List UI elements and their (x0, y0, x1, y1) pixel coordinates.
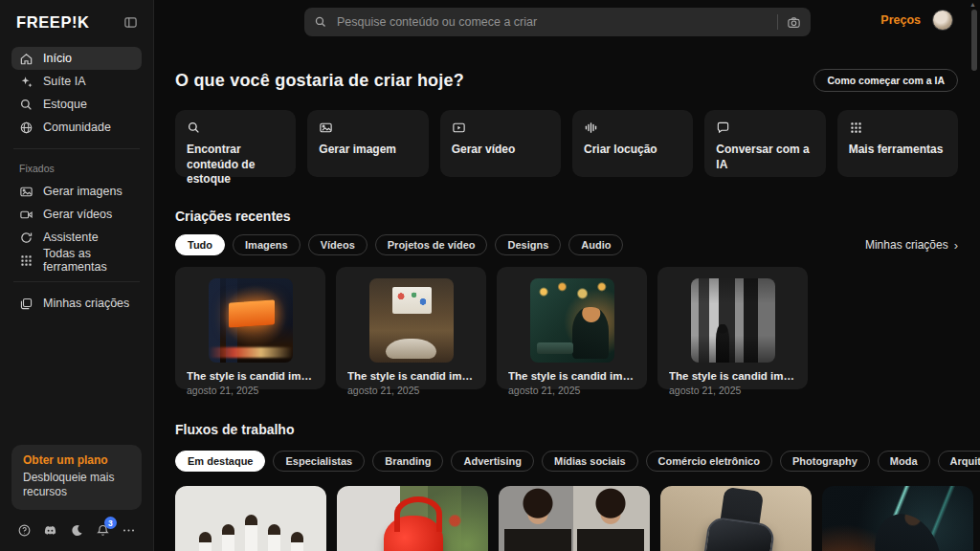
video-icon (19, 208, 33, 222)
my-creations-link-label: Minhas criações (865, 238, 948, 252)
recent-creation-card[interactable]: The style is candid image... agosto 21, … (657, 267, 808, 389)
workflow-card-two-portraits[interactable] (499, 486, 650, 551)
sidebar-item-gerar-videos[interactable]: Gerar vídeos (11, 203, 142, 226)
action-generate-image[interactable]: Gerar imagem (307, 110, 428, 177)
upgrade-plan-card[interactable]: Obter um plano Desbloqueie mais recursos (11, 445, 142, 510)
recent-cards-row: The style is candid image... agosto 21, … (175, 267, 958, 389)
recent-card-title: The style is candid image... (669, 370, 796, 382)
action-label: Encontrar conteúdo de estoque (187, 143, 284, 187)
workflow-card-red-handbag[interactable] (337, 486, 488, 551)
sidebar-footer-icons: 3 (11, 521, 142, 541)
collapse-sidebar-icon[interactable] (123, 15, 138, 30)
image-icon (19, 185, 33, 199)
plan-card-title: Obter um plano (23, 453, 130, 467)
sidebar-item-label: Comunidade (43, 121, 111, 134)
sidebar-item-label: Gerar vídeos (43, 208, 112, 221)
workflow-card-fashion-models[interactable] (175, 486, 326, 551)
action-label: Gerar imagem (319, 143, 416, 158)
scrollbar-up-arrow[interactable]: ▲ (969, 1, 976, 8)
filter-chip-comercio-eletronico[interactable]: Comércio eletrônico (646, 451, 772, 472)
sparkles-icon (19, 75, 33, 89)
freepik-logo[interactable]: FREEP!K (16, 13, 90, 32)
sidebar-item-todas-ferramentas[interactable]: Todas as ferramentas (11, 249, 142, 272)
main-area: Preços ▲ O que você gostaria de criar ho… (154, 0, 980, 551)
filter-chip-videos[interactable]: Vídeos (308, 234, 368, 255)
action-generate-video[interactable]: Gerar vídeo (440, 110, 561, 177)
action-find-stock-content[interactable]: Encontrar conteúdo de estoque (175, 110, 296, 177)
help-icon[interactable] (17, 523, 32, 538)
filter-chip-designs[interactable]: Designs (495, 234, 561, 255)
action-chat-with-ai[interactable]: Conversar com a IA (704, 110, 825, 177)
sidebar-item-comunidade[interactable]: Comunidade (11, 116, 142, 139)
quick-actions-row: Encontrar conteúdo de estoque Gerar imag… (175, 110, 958, 177)
action-create-voiceover[interactable]: Criar locução (572, 110, 693, 177)
search-icon (187, 121, 284, 135)
sidebar-divider (13, 281, 140, 282)
plan-card-subtitle: Desbloqueie mais recursos (23, 471, 130, 500)
notifications-bell[interactable]: 3 (96, 523, 110, 538)
recent-filter-row: Tudo Imagens Vídeos Projetos de vídeo De… (175, 234, 958, 255)
workflow-card-smartwatch[interactable] (660, 486, 812, 551)
recent-card-title: The style is candid image... (347, 370, 475, 382)
sidebar-item-suite-ia[interactable]: Suíte IA (11, 70, 142, 93)
page-title: O que você gostaria de criar hoje? (175, 71, 464, 91)
my-creations-link[interactable]: Minhas criações › (865, 238, 958, 252)
sidebar-divider (13, 148, 140, 149)
more-options-icon[interactable] (122, 523, 136, 538)
sidebar-item-assistente[interactable]: Assistente (11, 226, 142, 249)
sidebar: FREEP!K Início Suíte IA Estoque Comunida… (0, 0, 154, 551)
recent-creations-section: Criações recentes Tudo Imagens Vídeos Pr… (175, 209, 958, 389)
action-more-tools[interactable]: Mais ferramentas (837, 110, 958, 177)
workflows-filter-row: Em destaque Especialistas Branding Adver… (175, 448, 958, 474)
globe-icon (19, 121, 33, 135)
grid-icon (19, 253, 33, 268)
action-label: Mais ferramentas (849, 143, 947, 158)
discord-icon[interactable] (43, 523, 57, 538)
pinned-section-label: Fixados (11, 159, 142, 180)
filter-chip-projetos-video[interactable]: Projetos de vídeo (375, 234, 488, 255)
filter-chip-midias-sociais[interactable]: Mídias sociais (542, 451, 638, 472)
sidebar-item-label: Todas as ferramentas (43, 247, 134, 274)
image-search-camera-icon[interactable] (787, 15, 801, 30)
video-play-icon (452, 121, 549, 135)
filter-chip-audio[interactable]: Audio (568, 234, 623, 255)
recent-creation-card[interactable]: The style is candid image... agosto 21, … (336, 267, 486, 389)
sidebar-item-label: Minhas criações (43, 297, 129, 310)
filter-chip-arquitetura[interactable]: Arquitetura (938, 451, 980, 472)
sidebar-item-label: Início (43, 52, 72, 65)
scrollbar-thumb[interactable] (971, 10, 977, 71)
filter-chip-branding[interactable]: Branding (372, 451, 443, 472)
filter-chip-photography[interactable]: Photography (780, 451, 870, 472)
recent-creation-card[interactable]: The style is candid image... agosto 21, … (175, 267, 325, 389)
recent-card-date: agosto 21, 2025 (347, 385, 475, 396)
recent-creation-card[interactable]: The style is candid image... agosto 21, … (497, 267, 647, 389)
sidebar-item-minhas-criacoes[interactable]: Minhas criações (11, 292, 142, 315)
pricing-link[interactable]: Preços (880, 13, 921, 27)
search-input[interactable] (335, 14, 768, 30)
workflows-section: Fluxos de trabalho Em destaque Especiali… (175, 422, 958, 551)
sidebar-item-label: Gerar imagens (43, 185, 122, 198)
filter-chip-advertising[interactable]: Advertising (451, 451, 534, 472)
user-avatar[interactable] (932, 10, 953, 31)
search-bar[interactable] (304, 8, 811, 36)
filter-chip-especialistas[interactable]: Especialistas (273, 451, 365, 472)
recent-card-date: agosto 21, 2025 (187, 385, 314, 396)
sidebar-item-estoque[interactable]: Estoque (11, 93, 142, 116)
recent-card-date: agosto 21, 2025 (669, 385, 796, 396)
filter-chip-imagens[interactable]: Imagens (233, 234, 301, 255)
filter-chip-tudo[interactable]: Tudo (175, 234, 225, 255)
workflow-card-athlete-sprint[interactable] (822, 486, 973, 551)
image-icon (319, 121, 416, 135)
sidebar-item-inicio[interactable]: Início (11, 47, 142, 70)
assistant-icon (19, 231, 33, 245)
action-label: Conversar com a IA (716, 143, 813, 172)
sidebar-item-gerar-imagens[interactable]: Gerar imagens (11, 180, 142, 203)
thumbnail-team-meeting-room (369, 278, 454, 363)
sidebar-item-label: Assistente (43, 231, 99, 244)
filter-chip-moda[interactable]: Moda (878, 451, 930, 472)
dark-mode-moon-icon[interactable] (70, 523, 84, 538)
recent-card-date: agosto 21, 2025 (508, 385, 635, 396)
filter-chip-em-destaque[interactable]: Em destaque (175, 451, 265, 472)
action-label: Criar locução (584, 143, 681, 158)
get-started-ai-button[interactable]: Como começar com a IA (813, 69, 958, 92)
